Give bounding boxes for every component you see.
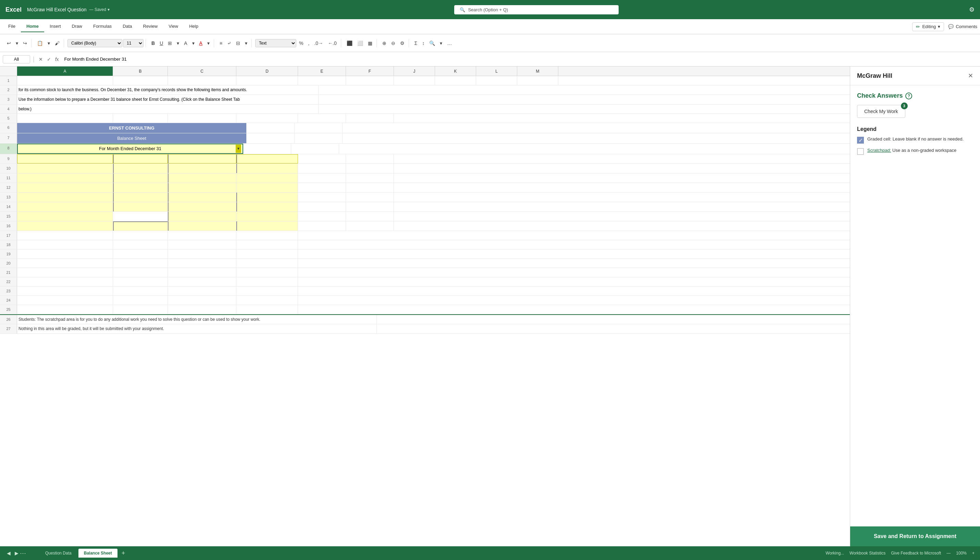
tab-view[interactable]: View: [163, 21, 184, 32]
cell-e15[interactable]: [298, 212, 346, 221]
cell-a12[interactable]: [17, 183, 113, 192]
cell-a1[interactable]: [17, 76, 113, 85]
cell-c9[interactable]: [168, 154, 236, 163]
cell-b13[interactable]: [113, 193, 168, 202]
cell-f6[interactable]: [295, 123, 342, 133]
cell-b17[interactable]: [113, 231, 168, 240]
cell-d1[interactable]: [236, 76, 298, 85]
cell-b18[interactable]: [113, 240, 168, 249]
add-sheet-button[interactable]: +: [119, 550, 128, 557]
cell-b21[interactable]: [113, 268, 168, 277]
tab-formulas[interactable]: Formulas: [88, 21, 117, 32]
zoom-in-button[interactable]: +: [972, 551, 975, 555]
tab-home[interactable]: Home: [21, 21, 44, 32]
cell-b15[interactable]: [113, 212, 168, 221]
cell-b9[interactable]: [113, 154, 168, 163]
delete-cells-button[interactable]: ⊖: [389, 39, 397, 47]
cell-f13[interactable]: [346, 193, 394, 202]
cell-d23[interactable]: [236, 287, 298, 295]
cell-styles-button[interactable]: ▦: [366, 39, 374, 47]
cell-c5[interactable]: [168, 114, 236, 123]
align-left-button[interactable]: ≡: [218, 39, 224, 47]
cell-j1[interactable]: [394, 76, 435, 85]
find-button[interactable]: 🔍: [427, 39, 437, 47]
tab-help[interactable]: Help: [184, 21, 204, 32]
format-table-button[interactable]: ⬜: [355, 39, 365, 47]
cell-reference-input[interactable]: [3, 55, 30, 63]
cell-d18[interactable]: [236, 240, 298, 249]
cell-f7[interactable]: [295, 133, 342, 143]
font-family-select[interactable]: Calibri (Body): [68, 39, 122, 47]
underline-button[interactable]: U: [158, 39, 165, 47]
cell-b5[interactable]: [113, 114, 168, 123]
font-color-button[interactable]: A: [197, 39, 204, 47]
cell-b1[interactable]: [113, 76, 168, 85]
tab-data[interactable]: Data: [117, 21, 137, 32]
cell-a16[interactable]: [17, 222, 113, 231]
cell-f15[interactable]: [346, 212, 394, 221]
cell-l1[interactable]: [476, 76, 517, 85]
undo-chevron[interactable]: ▾: [14, 39, 20, 47]
cell-a3[interactable]: Use the information below to prepare a D…: [17, 95, 319, 104]
undo-button[interactable]: ↩: [5, 39, 13, 47]
col-header-k[interactable]: K: [435, 67, 476, 76]
font-color-chevron[interactable]: ▾: [205, 39, 212, 47]
tab-insert[interactable]: Insert: [44, 21, 66, 32]
cell-b24[interactable]: [113, 296, 168, 305]
cell-e6[interactable]: [247, 123, 295, 133]
border-chevron[interactable]: ▾: [175, 39, 181, 47]
cell-a15[interactable]: [17, 212, 113, 221]
cell-e7[interactable]: [247, 133, 295, 143]
cell-d25[interactable]: [236, 305, 298, 314]
cell-a11[interactable]: [17, 173, 113, 183]
save-and-return-button[interactable]: Save and Return to Assignment: [850, 527, 980, 546]
cell-a13[interactable]: [17, 193, 113, 202]
col-header-a[interactable]: A: [17, 67, 113, 76]
cell-c15[interactable]: [168, 212, 236, 221]
cell-b14[interactable]: [113, 202, 168, 212]
tab-file[interactable]: File: [3, 21, 21, 32]
cell-e11[interactable]: [298, 173, 346, 183]
cell-c13[interactable]: [168, 193, 236, 202]
cell-c14[interactable]: [168, 202, 236, 212]
sort-button[interactable]: ↕: [420, 39, 427, 47]
insert-function-icon[interactable]: fx: [54, 56, 60, 63]
tab-review[interactable]: Review: [138, 21, 163, 32]
cell-e10[interactable]: [298, 164, 346, 173]
cell-a23[interactable]: [17, 287, 113, 295]
cell-d12[interactable]: [236, 183, 298, 192]
fill-chevron[interactable]: ▾: [190, 39, 197, 47]
decrease-decimal-button[interactable]: ←.0: [326, 39, 339, 47]
merge-chevron[interactable]: ▾: [243, 39, 249, 47]
cell-c17[interactable]: [168, 231, 236, 240]
cell-a25[interactable]: [17, 305, 113, 314]
cell-c20[interactable]: [168, 259, 236, 268]
zoom-out-button[interactable]: —: [947, 551, 950, 555]
cell-a8-active[interactable]: For Month Ended December 31 ▼: [17, 143, 243, 154]
cell-e16[interactable]: [298, 222, 346, 231]
search-bar[interactable]: 🔍 Search (Option + Q): [454, 5, 619, 14]
cell-a20[interactable]: [17, 259, 113, 268]
cell-b25[interactable]: [113, 305, 168, 314]
comments-button[interactable]: 💬 Comments: [948, 24, 977, 29]
wrap-text-button[interactable]: ⤶: [225, 39, 233, 47]
format-cells-button[interactable]: ⚙: [398, 39, 407, 47]
cell-e5[interactable]: [298, 114, 346, 123]
cell-c11[interactable]: [168, 173, 236, 183]
cell-a5[interactable]: [17, 114, 113, 123]
cell-e14[interactable]: [298, 202, 346, 212]
more-options[interactable]: …: [445, 39, 454, 47]
conditional-format-button[interactable]: ⬛: [345, 39, 354, 47]
fill-color-button[interactable]: A: [182, 39, 189, 47]
cell-d10[interactable]: [236, 164, 298, 173]
percent-button[interactable]: %: [297, 39, 305, 47]
cell-a6-merged[interactable]: ERNST CONSULTING: [17, 123, 247, 133]
cell-f12[interactable]: [346, 183, 394, 192]
cell-a27[interactable]: Nothing in this area will be graded, but…: [17, 324, 377, 333]
info-icon[interactable]: ?: [905, 93, 912, 99]
col-header-c[interactable]: C: [168, 67, 236, 76]
cell-d15[interactable]: [236, 212, 298, 221]
cell-a24[interactable]: [17, 296, 113, 305]
paste-chevron[interactable]: ▾: [46, 39, 52, 47]
cell-d11[interactable]: [236, 173, 298, 183]
